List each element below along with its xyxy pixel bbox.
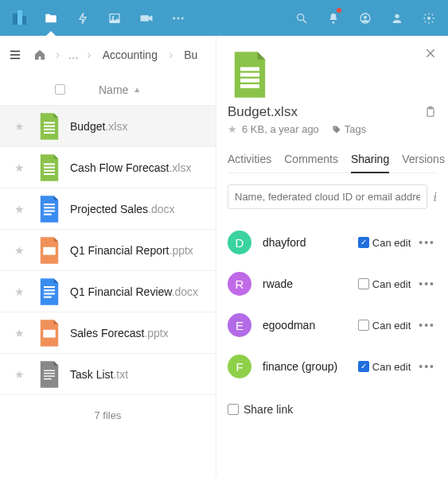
- tab-activities[interactable]: Activities: [228, 149, 271, 173]
- share-user-name: egoodman: [263, 319, 358, 332]
- app-logo[interactable]: [3, 0, 35, 36]
- file-row[interactable]: ★Cash Flow Forecast.xlsx: [0, 147, 216, 188]
- svg-rect-21: [44, 169, 55, 171]
- more-options-icon[interactable]: •••: [417, 360, 437, 373]
- share-entry: Ffinance (group)Can edit•••: [228, 346, 437, 387]
- svg-rect-33: [44, 370, 55, 370]
- file-meta: 6 KB, a year ago: [242, 123, 319, 135]
- svg-rect-29: [44, 289, 55, 291]
- can-edit-toggle[interactable]: Can edit: [358, 237, 411, 249]
- svg-point-43: [334, 127, 336, 129]
- more-options-icon[interactable]: •••: [417, 236, 437, 249]
- activity-icon[interactable]: [67, 0, 99, 36]
- file-name: Q1 Financial Review.docx: [70, 285, 208, 298]
- file-name: Q1 Financial Report.pptx: [70, 244, 208, 257]
- file-name: Sales Forecast.pptx: [70, 327, 208, 339]
- can-edit-toggle[interactable]: Can edit: [358, 278, 411, 290]
- notifications-icon[interactable]: [317, 0, 349, 36]
- home-crumb[interactable]: [24, 48, 56, 61]
- svg-rect-2: [22, 16, 26, 25]
- settings-icon[interactable]: [413, 0, 445, 36]
- svg-rect-0: [13, 14, 18, 25]
- contacts-icon[interactable]: [349, 0, 381, 36]
- share-user-name: rwade: [263, 277, 358, 290]
- svg-rect-26: [44, 213, 52, 215]
- share-entry: DdhayfordCan edit•••: [228, 222, 437, 263]
- svg-point-7: [177, 17, 180, 19]
- favorite-star-icon[interactable]: ★: [8, 120, 30, 133]
- svg-rect-32: [43, 329, 55, 337]
- svg-rect-15: [44, 122, 55, 123]
- menu-toggle[interactable]: [5, 48, 24, 62]
- avatar: R: [228, 272, 251, 296]
- info-icon[interactable]: i: [434, 190, 437, 204]
- users-icon[interactable]: [381, 0, 413, 36]
- checkbox[interactable]: [358, 361, 369, 372]
- tags-label[interactable]: Tags: [345, 123, 366, 135]
- file-count-summary: 7 files: [0, 395, 216, 436]
- close-icon[interactable]: [424, 47, 437, 60]
- share-search-input[interactable]: [228, 184, 427, 209]
- svg-rect-31: [44, 296, 52, 297]
- files-icon[interactable]: [35, 0, 67, 36]
- search-icon[interactable]: [286, 0, 317, 36]
- file-type-icon: [35, 277, 64, 306]
- favorite-star-icon[interactable]: ★: [8, 368, 30, 381]
- svg-rect-16: [44, 125, 55, 126]
- svg-rect-38: [240, 73, 259, 77]
- tab-sharing[interactable]: Sharing: [351, 149, 389, 173]
- favorite-star-icon[interactable]: ★: [8, 327, 30, 339]
- more-options-icon[interactable]: •••: [417, 319, 437, 332]
- share-link-checkbox[interactable]: [228, 404, 239, 415]
- tag-icon: [332, 125, 341, 134]
- file-row[interactable]: ★Q1 Financial Review.docx: [0, 271, 216, 312]
- svg-rect-5: [141, 15, 150, 21]
- svg-point-13: [395, 14, 399, 17]
- svg-rect-37: [240, 67, 259, 71]
- file-row[interactable]: ★Q1 Financial Report.pptx: [0, 230, 216, 271]
- svg-point-6: [173, 17, 175, 19]
- breadcrumb: › … › Accounting › Bu: [0, 36, 216, 74]
- svg-rect-27: [43, 246, 55, 254]
- svg-rect-40: [240, 84, 259, 88]
- breadcrumb-item[interactable]: Accounting: [92, 48, 169, 61]
- file-row[interactable]: ★Sales Forecast.pptx: [0, 312, 216, 354]
- checkbox[interactable]: [358, 320, 369, 331]
- breadcrumb-item-current[interactable]: Bu: [173, 48, 208, 61]
- svg-rect-1: [18, 10, 22, 25]
- checkbox[interactable]: [358, 278, 369, 289]
- svg-rect-17: [44, 128, 55, 130]
- favorite-star-icon[interactable]: ★: [8, 244, 30, 257]
- file-type-icon: [35, 112, 64, 141]
- video-icon[interactable]: [131, 0, 162, 36]
- more-apps-icon[interactable]: [162, 0, 194, 36]
- checkbox[interactable]: [358, 237, 369, 248]
- star-icon[interactable]: ★: [228, 123, 237, 135]
- file-row[interactable]: ★Budget.xlsx: [0, 106, 216, 147]
- svg-rect-34: [44, 372, 55, 373]
- favorite-star-icon[interactable]: ★: [8, 203, 30, 215]
- sort-asc-icon: ▲: [133, 85, 141, 94]
- svg-rect-23: [44, 204, 55, 205]
- more-options-icon[interactable]: •••: [417, 277, 437, 290]
- file-row[interactable]: ★Task List.txt: [0, 354, 216, 395]
- column-header-name[interactable]: Name ▲: [75, 83, 141, 96]
- favorite-star-icon[interactable]: ★: [8, 161, 30, 174]
- svg-point-14: [427, 17, 430, 20]
- tab-versions[interactable]: Versions: [402, 149, 445, 173]
- file-type-icon-large: [231, 52, 437, 98]
- gallery-icon[interactable]: [99, 0, 131, 36]
- details-panel: Budget.xlsx ★ 6 KB, a year ago Tags Acti…: [216, 36, 448, 477]
- svg-rect-18: [44, 132, 55, 134]
- tab-comments[interactable]: Comments: [284, 149, 338, 173]
- svg-rect-25: [44, 210, 55, 211]
- breadcrumb-overflow[interactable]: …: [60, 48, 87, 61]
- favorite-star-icon[interactable]: ★: [8, 285, 30, 298]
- list-header: Name ▲: [0, 74, 216, 106]
- svg-point-10: [333, 21, 335, 24]
- clipboard-icon[interactable]: [424, 106, 437, 118]
- can-edit-toggle[interactable]: Can edit: [358, 361, 411, 373]
- file-row[interactable]: ★Projected Sales.docx: [0, 188, 216, 230]
- can-edit-toggle[interactable]: Can edit: [358, 320, 411, 332]
- select-all-checkbox[interactable]: [55, 84, 65, 95]
